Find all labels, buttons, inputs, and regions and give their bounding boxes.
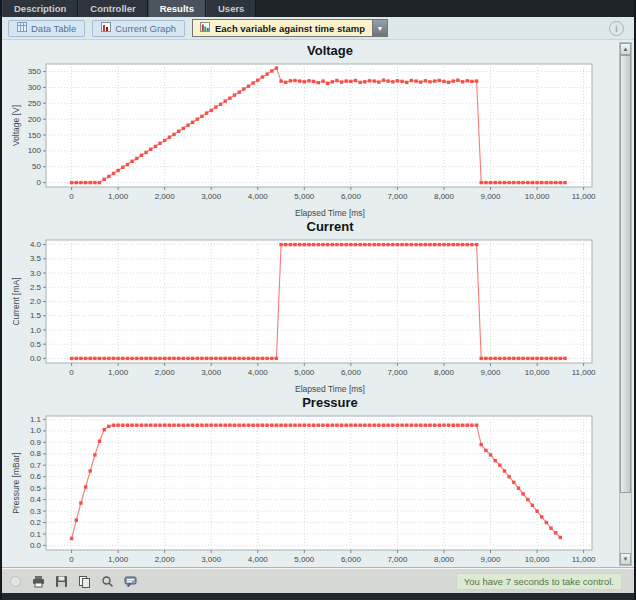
results-toolbar: Data Table Current Graph Each variable a… [2,17,634,40]
print-icon[interactable] [31,574,45,588]
svg-text:11,000: 11,000 [572,368,596,377]
tab-label: Controller [90,3,135,14]
svg-text:0.6: 0.6 [30,472,42,481]
svg-text:7,000: 7,000 [387,555,408,564]
svg-text:5,000: 5,000 [294,555,315,564]
bar-chart-icon [200,22,210,34]
svg-text:0: 0 [37,178,42,187]
svg-text:8,000: 8,000 [434,192,455,201]
svg-text:2,000: 2,000 [155,368,176,377]
copy-icon[interactable] [77,574,91,588]
info-glyph: i [615,23,618,34]
pressure-chart: Pressure 01,0002,0003,0004,0005,0006,000… [8,395,616,568]
plot-mode-dropdown[interactable]: Each variable against time stamp ▼ [192,19,388,37]
tab-label: Users [218,3,244,14]
window-bottom-edge [2,593,634,600]
svg-text:Pressure [mBar]: Pressure [mBar] [11,452,21,513]
svg-text:7,000: 7,000 [387,368,408,377]
pressure-plot: 01,0002,0003,0004,0005,0006,0007,0008,00… [8,411,600,567]
app-window: Description Controller Results Users Dat… [0,0,636,600]
svg-text:0.5: 0.5 [30,484,42,493]
svg-text:6,000: 6,000 [341,368,362,377]
tab-bar: Description Controller Results Users [2,0,634,17]
vertical-scrollbar[interactable]: ▲ ▼ [619,42,632,566]
svg-text:Voltage [V]: Voltage [V] [11,105,21,146]
svg-text:0.0: 0.0 [30,541,42,550]
svg-text:1,000: 1,000 [108,192,129,201]
current-xaxis-label: Elapsed Time [ms] [8,384,616,395]
table-icon [17,22,27,34]
tab-users[interactable]: Users [206,0,256,17]
tab-label: Results [160,3,194,14]
plot-mode-dropdown-value: Each variable against time stamp [193,20,372,36]
svg-text:2,000: 2,000 [155,555,176,564]
svg-text:0.8: 0.8 [30,449,42,458]
feedback-icon[interactable] [123,574,137,588]
svg-text:0.2: 0.2 [30,518,42,527]
svg-text:11,000: 11,000 [572,192,596,201]
tab-controller[interactable]: Controller [78,0,147,17]
svg-text:150: 150 [28,131,42,140]
pressure-chart-title: Pressure [8,395,616,411]
data-table-button[interactable]: Data Table [8,20,85,37]
control-timer-badge: You have 7 seconds to take control. [456,573,622,590]
svg-text:1,000: 1,000 [108,555,129,564]
charts-panel: Voltage 01,0002,0003,0004,0005,0006,0007… [2,40,634,568]
svg-text:7,000: 7,000 [387,192,408,201]
svg-text:Current [mA]: Current [mA] [11,277,21,325]
svg-text:0: 0 [69,192,74,201]
svg-text:0.5: 0.5 [30,340,42,349]
svg-text:250: 250 [28,99,42,108]
svg-text:3.0: 3.0 [30,269,42,278]
scroll-down-icon[interactable]: ▼ [620,553,631,565]
svg-text:6,000: 6,000 [341,555,362,564]
scroll-up-icon[interactable]: ▲ [620,43,631,55]
chevron-down-icon[interactable]: ▼ [372,20,387,36]
current-graph-button[interactable]: Current Graph [92,20,185,37]
svg-text:2.0: 2.0 [30,297,42,306]
svg-text:100: 100 [28,146,42,155]
voltage-chart: Voltage 01,0002,0003,0004,0005,0006,0007… [8,43,616,219]
current-graph-label: Current Graph [115,23,176,34]
svg-text:9,000: 9,000 [480,555,501,564]
svg-text:4,000: 4,000 [248,368,269,377]
svg-text:350: 350 [28,67,42,76]
svg-text:0.3: 0.3 [30,507,42,516]
svg-text:9,000: 9,000 [480,192,501,201]
svg-text:6,000: 6,000 [341,192,362,201]
svg-text:0.4: 0.4 [30,495,42,504]
svg-text:0: 0 [69,368,74,377]
bottom-toolbar: You have 7 seconds to take control. [2,568,634,593]
svg-text:4,000: 4,000 [248,192,269,201]
svg-text:3,000: 3,000 [201,555,222,564]
tab-description[interactable]: Description [2,0,78,17]
svg-text:10,000: 10,000 [525,555,550,564]
current-plot: 01,0002,0003,0004,0005,0006,0007,0008,00… [8,235,600,380]
svg-text:3,000: 3,000 [201,192,222,201]
svg-text:1.0: 1.0 [30,326,42,335]
svg-text:50: 50 [32,162,41,171]
svg-text:5,000: 5,000 [294,368,315,377]
svg-text:10,000: 10,000 [525,192,550,201]
svg-text:3.5: 3.5 [30,254,42,263]
svg-text:10,000: 10,000 [525,368,550,377]
zoom-icon[interactable] [100,574,114,588]
svg-text:8,000: 8,000 [434,555,455,564]
info-icon[interactable]: i [609,21,624,36]
svg-text:300: 300 [28,83,42,92]
svg-text:3,000: 3,000 [201,368,222,377]
svg-text:0.1: 0.1 [30,530,42,539]
voltage-plot: 01,0002,0003,0004,0005,0006,0007,0008,00… [8,59,600,204]
data-table-label: Data Table [31,23,76,34]
scrollbar-thumb[interactable] [620,55,631,493]
svg-text:1.5: 1.5 [30,311,42,320]
svg-text:9,000: 9,000 [480,368,501,377]
svg-text:1,000: 1,000 [108,368,129,377]
svg-text:2.5: 2.5 [30,283,42,292]
tab-results[interactable]: Results [148,0,206,17]
save-icon[interactable] [54,574,68,588]
dropdown-selected-text: Each variable against time stamp [215,23,365,34]
voltage-xaxis-label: Elapsed Time [ms] [8,208,616,219]
svg-text:11,000: 11,000 [572,555,596,564]
svg-text:0.9: 0.9 [30,438,42,447]
